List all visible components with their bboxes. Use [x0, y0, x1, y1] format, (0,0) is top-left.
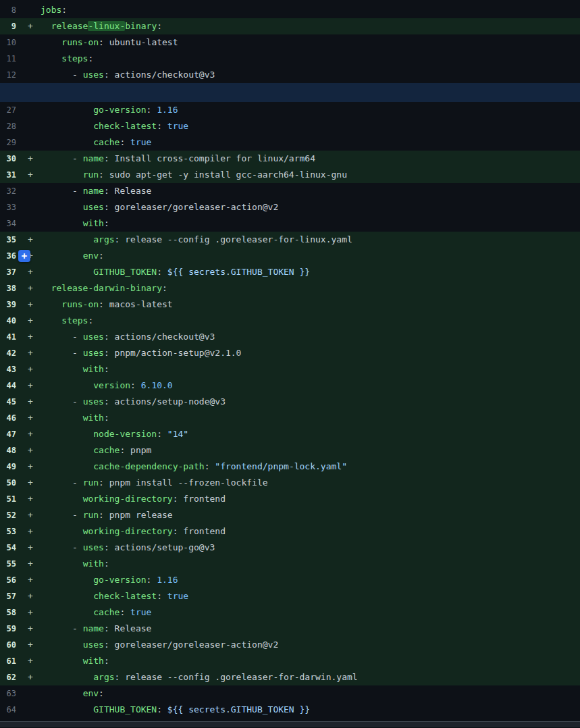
- line-number[interactable]: 41: [0, 329, 16, 345]
- code-text: cache: true: [36, 604, 580, 621]
- diff-marker: +: [25, 329, 36, 345]
- code-text: - run: pnpm install --frozen-lockfile: [36, 475, 580, 491]
- code-text: run: sudo apt-get -y install gcc-aarch64…: [36, 167, 580, 183]
- line-number[interactable]: 52: [0, 507, 16, 523]
- line-number[interactable]: 28: [0, 118, 16, 134]
- diff-marker: +: [25, 410, 36, 426]
- diff-line-62: 62+ args: release --config .goreleaser-f…: [0, 669, 580, 685]
- diff-line-41: 41+ - uses: actions/checkout@v3: [0, 329, 580, 345]
- diff-line-48: 48+ cache: pnpm: [0, 442, 580, 459]
- line-number[interactable]: 30: [0, 151, 16, 167]
- line-number[interactable]: 10: [0, 34, 16, 51]
- line-number[interactable]: 45: [0, 394, 16, 410]
- diff-marker: +: [25, 540, 36, 556]
- diff-marker: +: [25, 507, 36, 523]
- code-text: uses: goreleaser/goreleaser-action@v2: [36, 637, 580, 653]
- diff-marker: +: [25, 556, 36, 572]
- diff-line-50: 50+ - run: pnpm install --frozen-lockfil…: [0, 475, 580, 491]
- line-number[interactable]: 54: [0, 540, 16, 556]
- diff-line-63: 63 env:: [0, 685, 580, 702]
- diff-marker: [25, 51, 36, 67]
- line-number[interactable]: 46: [0, 410, 16, 426]
- diff-line-59: 59+ - name: Release: [0, 621, 580, 637]
- line-number[interactable]: 33: [0, 199, 16, 215]
- code-text: check-latest: true: [36, 588, 580, 604]
- diff-line-29: 29 cache: true: [0, 134, 580, 151]
- diff-line-9: 9+ release-linux-binary:: [0, 18, 580, 34]
- diff-marker: +: [25, 361, 36, 378]
- line-number[interactable]: 31: [0, 167, 16, 183]
- diff-line-33: 33 uses: goreleaser/goreleaser-action@v2: [0, 199, 580, 215]
- diff-marker: +: [25, 491, 36, 507]
- line-number[interactable]: 57: [0, 588, 16, 604]
- code-text: steps:: [36, 313, 580, 329]
- diff-marker: +: [25, 313, 36, 329]
- diff-marker: +: [25, 459, 36, 475]
- diff-marker: +: [25, 442, 36, 459]
- diff-marker: +: [25, 669, 36, 685]
- line-number[interactable]: 63: [0, 685, 16, 702]
- line-number[interactable]: 38: [0, 280, 16, 296]
- line-number[interactable]: 55: [0, 556, 16, 572]
- hunk-expander[interactable]: [0, 83, 580, 102]
- diff-line-54: 54+ - uses: actions/setup-go@v3: [0, 540, 580, 556]
- code-text: working-directory: frontend: [36, 491, 580, 507]
- line-number[interactable]: 32: [0, 183, 16, 199]
- code-text: with:: [36, 215, 580, 232]
- line-number[interactable]: 37: [0, 264, 16, 280]
- line-number[interactable]: 34: [0, 215, 16, 232]
- line-number[interactable]: 11: [0, 51, 16, 67]
- diff-line-55: 55+ with:: [0, 556, 580, 572]
- diff-line-61: 61+ with:: [0, 653, 580, 669]
- line-number[interactable]: 8: [0, 2, 16, 18]
- line-number[interactable]: 58: [0, 604, 16, 621]
- diff-line-43: 43+ with:: [0, 361, 580, 378]
- code-text: cache-dependency-path: "frontend/pnpm-lo…: [36, 459, 580, 475]
- line-number[interactable]: 47: [0, 426, 16, 442]
- line-number[interactable]: 40: [0, 313, 16, 329]
- code-text: GITHUB_TOKEN: ${{ secrets.GITHUB_TOKEN }…: [36, 264, 580, 280]
- code-text: - name: Release: [36, 621, 580, 637]
- line-number[interactable]: 9: [0, 18, 16, 34]
- diff-line-10: 10 runs-on: ubuntu-latest: [0, 34, 580, 51]
- line-number[interactable]: 35: [0, 232, 16, 248]
- line-number[interactable]: 56: [0, 572, 16, 588]
- code-text: GITHUB_TOKEN: ${{ secrets.GITHUB_TOKEN }…: [36, 702, 580, 718]
- diff-line-47: 47+ node-version: "14": [0, 426, 580, 442]
- line-number[interactable]: 64: [0, 702, 16, 718]
- line-number[interactable]: 53: [0, 523, 16, 540]
- line-number[interactable]: 62: [0, 669, 16, 685]
- diff-marker: [25, 199, 36, 215]
- diff-line-52: 52+ - run: pnpm release: [0, 507, 580, 523]
- line-number[interactable]: 43: [0, 361, 16, 378]
- diff-line-49: 49+ cache-dependency-path: "frontend/pnp…: [0, 459, 580, 475]
- code-text: - uses: actions/setup-go@v3: [36, 540, 580, 556]
- diff-marker: +: [25, 475, 36, 491]
- line-number[interactable]: 48: [0, 442, 16, 459]
- line-number[interactable]: 12: [0, 67, 16, 83]
- line-number[interactable]: 59: [0, 621, 16, 637]
- diff-lines: 8jobs:9+ release-linux-binary:10 runs-on…: [0, 2, 580, 718]
- diff-line-38: 38+ release-darwin-binary:: [0, 280, 580, 296]
- line-number[interactable]: 29: [0, 134, 16, 151]
- diff-line-60: 60+ uses: goreleaser/goreleaser-action@v…: [0, 637, 580, 653]
- diff-marker: +: [25, 523, 36, 540]
- diff-marker: +: [25, 232, 36, 248]
- line-number[interactable]: 42: [0, 345, 16, 361]
- diff-line-42: 42+ - uses: pnpm/action-setup@v2.1.0: [0, 345, 580, 361]
- line-number[interactable]: 44: [0, 378, 16, 394]
- code-text: cache: pnpm: [36, 442, 580, 459]
- line-number[interactable]: 60: [0, 637, 16, 653]
- add-line-comment-button[interactable]: +: [18, 250, 30, 262]
- diff-marker: [25, 134, 36, 151]
- diff-line-27: 27 go-version: 1.16: [0, 102, 580, 118]
- line-number[interactable]: 36: [0, 248, 16, 264]
- line-number[interactable]: 50: [0, 475, 16, 491]
- line-number[interactable]: 27: [0, 102, 16, 118]
- line-number[interactable]: 39: [0, 296, 16, 313]
- line-number[interactable]: 61: [0, 653, 16, 669]
- line-number[interactable]: 51: [0, 491, 16, 507]
- code-text: - run: pnpm release: [36, 507, 580, 523]
- diff-line-46: 46+ with:: [0, 410, 580, 426]
- line-number[interactable]: 49: [0, 459, 16, 475]
